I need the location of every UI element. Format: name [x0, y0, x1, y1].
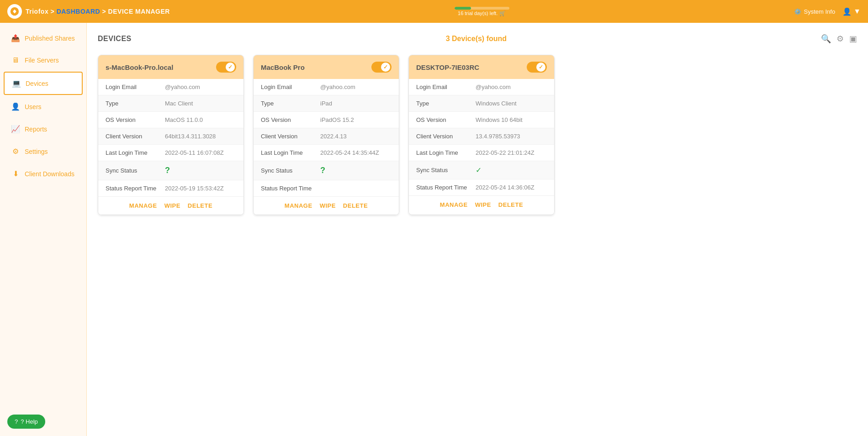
- help-button[interactable]: ? ? Help: [7, 415, 45, 429]
- card-row-1: Type iPad: [254, 95, 399, 112]
- row-value-6: 2022-05-24 14:36:06Z: [476, 184, 547, 191]
- svg-point-1: [13, 10, 16, 13]
- devices-count: 3 Device(s) found: [132, 35, 821, 43]
- main-layout: 📤 Published Shares 🖥 File Servers 💻 Devi…: [0, 23, 868, 436]
- action-manage-button[interactable]: MANAGE: [129, 202, 157, 209]
- sidebar-item-label: Devices: [26, 80, 48, 87]
- file-servers-icon: 🖥: [11, 56, 20, 64]
- card-row-1: Type Mac Client: [98, 95, 243, 112]
- card-row-3: Client Version 2022.4.13: [254, 128, 399, 145]
- row-value-1: iPad: [320, 100, 392, 107]
- row-value-6: 2022-05-19 15:53:42Z: [165, 185, 236, 192]
- sidebar-item-label: Reports: [25, 126, 47, 133]
- toggle-circle: ✓: [226, 63, 235, 72]
- row-value-3: 64bit13.4.311.3028: [165, 133, 236, 140]
- row-value-2: iPadOS 15.2: [320, 116, 392, 123]
- row-value-3: 13.4.9785.53973: [476, 133, 547, 140]
- toggle-track[interactable]: ✓: [216, 62, 236, 73]
- sync-status-value: ✓: [476, 166, 547, 174]
- user-menu[interactable]: 👤 ▼: [842, 7, 861, 16]
- row-label-1: Type: [106, 100, 165, 107]
- row-label-4: Last Login Time: [106, 149, 165, 156]
- row-value-3: 2022.4.13: [320, 133, 392, 140]
- header: Triofox > DASHBOARD > DEVICE MANAGER 16 …: [0, 0, 868, 23]
- page-title: DEVICES: [98, 35, 132, 43]
- sidebar-item-settings[interactable]: ⚙ Settings: [4, 141, 83, 162]
- card-row-0: Login Email @yahoo.com: [254, 79, 399, 95]
- sidebar-bottom: ? ? Help: [0, 407, 86, 436]
- row-label-1: Type: [261, 100, 320, 107]
- row-label-4: Last Login Time: [261, 149, 320, 156]
- trial-text: 16 trial day(s) left. 🛒: [458, 11, 506, 16]
- row-label-0: Login Email: [106, 84, 165, 90]
- search-icon[interactable]: 🔍: [821, 34, 831, 44]
- card-row-5: Sync Status ?: [254, 161, 399, 180]
- card-row-3: Client Version 64bit13.4.311.3028: [98, 128, 243, 145]
- card-row-0: Login Email @yahoo.com: [98, 79, 243, 95]
- action-delete-button[interactable]: DELETE: [498, 201, 523, 208]
- action-manage-button[interactable]: MANAGE: [440, 201, 468, 208]
- card-header: s-MacBook-Pro.local ✓: [98, 55, 243, 79]
- action-manage-button[interactable]: MANAGE: [285, 202, 312, 209]
- card-row-1: Type Windows Client: [409, 95, 554, 112]
- card-row-6: Status Report Time 2022-05-24 14:36:06Z: [409, 179, 554, 195]
- row-value-0: @yahoo.com: [476, 84, 547, 90]
- sidebar-item-users[interactable]: 👤 Users: [4, 96, 83, 117]
- row-value-4: 2022-05-11 16:07:08Z: [165, 149, 236, 156]
- device-toggle[interactable]: ✓: [216, 62, 236, 73]
- toggle-check-icon: ✓: [383, 64, 388, 70]
- header-right: ⚙️ System Info 👤 ▼: [794, 7, 861, 16]
- device-name: s-MacBook-Pro.local: [106, 63, 173, 71]
- system-info-button[interactable]: ⚙️ System Info: [794, 8, 836, 15]
- sidebar-item-devices[interactable]: 💻 Devices: [4, 72, 83, 95]
- sidebar-item-label: Settings: [25, 148, 48, 155]
- device-toggle[interactable]: ✓: [527, 62, 547, 73]
- card-row-2: OS Version Windows 10 64bit: [409, 112, 554, 128]
- toggle-track[interactable]: ✓: [527, 62, 547, 73]
- row-value-2: Windows 10 64bit: [476, 116, 547, 123]
- card-header: DESKTOP-7IE03RC ✓: [409, 55, 554, 79]
- reports-icon: 📈: [11, 125, 20, 133]
- sidebar-item-reports[interactable]: 📈 Reports: [4, 118, 83, 140]
- card-row-2: OS Version iPadOS 15.2: [254, 112, 399, 128]
- card-body: Login Email @yahoo.com Type iPad OS Vers…: [254, 79, 399, 196]
- gear-icon: ⚙️: [794, 8, 801, 15]
- action-delete-button[interactable]: DELETE: [188, 202, 212, 209]
- dashboard-link[interactable]: DASHBOARD: [57, 8, 101, 15]
- row-label-1: Type: [416, 100, 476, 107]
- row-value-0: @yahoo.com: [320, 84, 392, 90]
- row-value-0: @yahoo.com: [165, 84, 236, 90]
- row-label-3: Client Version: [106, 133, 165, 140]
- content-header: DEVICES 3 Device(s) found 🔍 ⚙ ▣: [98, 34, 857, 44]
- card-row-3: Client Version 13.4.9785.53973: [409, 128, 554, 145]
- card-body: Login Email @yahoo.com Type Windows Clie…: [409, 79, 554, 195]
- sidebar-item-label: Published Shares: [25, 35, 75, 42]
- sidebar-item-client-downloads[interactable]: ⬇ Client Downloads: [4, 163, 83, 184]
- toggle-track[interactable]: ✓: [371, 62, 392, 73]
- client-downloads-icon: ⬇: [11, 169, 20, 178]
- users-icon: 👤: [11, 102, 20, 111]
- cart-icon[interactable]: 🛒: [499, 11, 506, 16]
- action-delete-button[interactable]: DELETE: [343, 202, 368, 209]
- sync-status-value: ?: [320, 166, 392, 175]
- row-label-2: OS Version: [416, 116, 476, 123]
- devices-cards-container: s-MacBook-Pro.local ✓ Login Email @yahoo…: [98, 55, 857, 215]
- content-area: DEVICES 3 Device(s) found 🔍 ⚙ ▣ s-MacBoo…: [87, 23, 868, 436]
- card-row-4: Last Login Time 2022-05-22 21:01:24Z: [409, 145, 554, 161]
- sidebar-item-file-servers[interactable]: 🖥 File Servers: [4, 50, 83, 71]
- trial-info: 16 trial day(s) left. 🛒: [455, 7, 509, 16]
- dropdown-arrow-icon: ▼: [853, 7, 861, 16]
- row-value-2: MacOS 11.0.0: [165, 116, 236, 123]
- action-wipe-button[interactable]: WIPE: [164, 202, 180, 209]
- sidebar: 📤 Published Shares 🖥 File Servers 💻 Devi…: [0, 23, 87, 436]
- card-row-5: Sync Status ?: [98, 161, 243, 180]
- sidebar-item-label: File Servers: [25, 57, 59, 64]
- toggle-check-icon: ✓: [228, 64, 233, 70]
- settings-icon[interactable]: ⚙: [836, 34, 844, 44]
- breadcrumb: Triofox > DASHBOARD > DEVICE MANAGER: [26, 8, 170, 15]
- action-wipe-button[interactable]: WIPE: [320, 202, 336, 209]
- device-toggle[interactable]: ✓: [371, 62, 392, 73]
- sidebar-item-published-shares[interactable]: 📤 Published Shares: [4, 27, 83, 49]
- layout-icon[interactable]: ▣: [849, 34, 857, 44]
- action-wipe-button[interactable]: WIPE: [475, 201, 491, 208]
